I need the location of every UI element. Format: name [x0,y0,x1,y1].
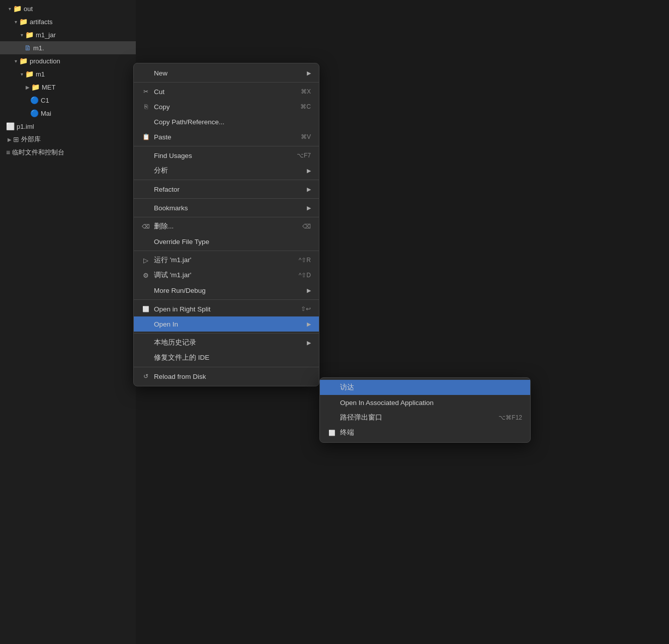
menu-label-refactor: Refactor [154,186,180,193]
menu-item-new[interactable]: New ▶ [134,65,319,80]
arrow-icon: ▶ [307,321,311,328]
menu-label-cut: Cut [154,88,164,96]
menu-icon-split: ⬜ [142,306,150,312]
class-icon: 🔵 [30,96,39,104]
tree-item-external-lib[interactable]: ▶ ⊞ 外部库 [0,133,136,146]
shortcut-debug: ^⇧D [299,272,311,279]
menu-item-reload[interactable]: ↺ Reload from Disk [134,369,319,384]
menu-item-more-run[interactable]: More Run/Debug ▶ [134,283,319,298]
submenu-label-path: 路径弹出窗口 [340,413,382,422]
menu-item-repair-ide[interactable]: 修复文件上的 IDE [134,350,319,365]
menu-label-more-run: More Run/Debug [154,287,206,294]
tree-item-temp[interactable]: ≡ 临时文件和控制台 [0,146,136,159]
tree-item-c1[interactable]: 🔵 C1 [0,94,136,107]
folder-icon: 📁 [19,57,28,65]
menu-item-analyze[interactable]: 分析 ▶ [134,163,319,178]
tree-item-label: 临时文件和控制台 [12,148,64,157]
submenu-icon-terminal: ⬜ [328,430,336,436]
menu-label-copy: Copy [154,103,170,111]
arrow-icon: ▶ [307,186,311,193]
tree-item-label: p1.iml [17,123,34,130]
arrow-icon: ▶ [307,70,311,76]
menu-item-find-usages[interactable]: Find Usages ⌥F7 [134,148,319,163]
shortcut-run: ^⇧R [299,257,311,264]
shortcut-delete: ⌫ [302,223,311,230]
menu-item-run[interactable]: ▷ 运行 'm1.jar' ^⇧R [134,253,319,268]
menu-label-copy-path: Copy Path/Reference... [154,118,224,126]
menu-item-override-type[interactable]: Override File Type [134,234,319,249]
folder-icon: 📁 [13,5,22,13]
debug-icon: ⚙ [142,272,150,279]
file-tree: ▾ 📁 out ▾ 📁 artifacts ▾ 📁 m1_jar 🗎 m1. ▾… [0,0,136,644]
iml-icon: ⬜ [6,122,15,130]
submenu-item-terminal[interactable]: ⬜ 终端 [320,425,530,440]
menu-item-copy-path[interactable]: Copy Path/Reference... [134,114,319,129]
menu-item-local-history[interactable]: 本地历史记录 ▶ [134,335,319,350]
menu-label-delete: 删除... [154,222,174,231]
menu-item-paste[interactable]: 📋 Paste ⌘V [134,129,319,144]
shortcut-cut: ⌘X [301,88,311,95]
menu-label-paste: Paste [154,133,172,141]
chevron-icon: ▾ [12,58,19,64]
tree-item-out[interactable]: ▾ 📁 out [0,2,136,15]
temp-icon: ≡ [6,148,10,156]
submenu-item-finder[interactable]: 访达 [320,380,530,395]
menu-label-run: 运行 'm1.jar' [154,256,191,265]
tree-item-artifacts[interactable]: ▾ 📁 artifacts [0,15,136,28]
menu-icon-cut: ✂ [142,88,150,95]
tree-item-label: C1 [41,97,49,104]
menu-label-override: Override File Type [154,238,209,246]
tree-item-meta[interactable]: ▶ 📁 MET [0,80,136,94]
separator-1 [134,82,319,83]
separator-2 [134,146,319,146]
run-icon: ▷ [142,257,150,264]
menu-label-split: Open in Right Split [154,305,211,313]
menu-item-open-right-split[interactable]: ⬜ Open in Right Split ⇧↩ [134,301,319,316]
tree-item-label: MET [42,84,55,91]
menu-item-refactor[interactable]: Refactor ▶ [134,182,319,197]
tree-item-label: 外部库 [21,135,41,144]
submenu-label-terminal: 终端 [340,428,354,437]
folder-icon: 📁 [25,70,34,78]
submenu-item-open-associated[interactable]: Open In Associated Application [320,395,530,410]
tree-item-label: m1 [36,70,45,78]
menu-item-delete[interactable]: ⌫ 删除... ⌫ [134,219,319,234]
menu-label-bookmarks: Bookmarks [154,204,188,212]
menu-item-copy[interactable]: ⎘ Copy ⌘C [134,99,319,114]
menu-label-find: Find Usages [154,152,192,159]
menu-item-open-in[interactable]: Open In ▶ [134,316,319,332]
folder-icon: 📁 [25,31,34,39]
tree-item-label: Mai [41,110,51,117]
menu-item-cut[interactable]: ✂ Cut ⌘X [134,84,319,99]
tree-item-m1file[interactable]: 🗎 m1. [0,41,136,54]
separator-7 [134,299,319,300]
menu-icon-copy: ⎘ [142,103,150,110]
menu-icon-paste: 📋 [142,133,150,140]
chevron-icon: ▾ [12,19,19,25]
menu-label-open-in: Open In [154,320,178,328]
chevron-icon: ▾ [18,71,25,77]
tree-item-m1jar[interactable]: ▾ 📁 m1_jar [0,28,136,41]
tree-item-label: production [30,57,60,65]
menu-label-history: 本地历史记录 [154,338,196,347]
tree-item-main[interactable]: 🔵 Mai [0,107,136,120]
right-panel [292,0,669,644]
menu-item-debug[interactable]: ⚙ 调试 'm1.jar' ^⇧D [134,268,319,283]
menu-label-repair: 修复文件上的 IDE [154,353,209,362]
submenu-label-finder: 访达 [340,383,354,392]
tree-item-m1sub[interactable]: ▾ 📁 m1 [0,67,136,80]
submenu-open-in: 访达 Open In Associated Application 路径弹出窗口… [319,377,531,443]
separator-8 [134,333,319,334]
class-icon: 🔵 [30,109,39,117]
chevron-icon: ▾ [18,32,25,38]
separator-9 [134,367,319,367]
submenu-item-path-popup[interactable]: 路径弹出窗口 ⌥⌘F12 [320,410,530,425]
tree-item-label: out [24,5,33,13]
shortcut-path: ⌥⌘F12 [498,414,522,421]
tree-item-production[interactable]: ▾ 📁 production [0,54,136,67]
menu-item-bookmarks[interactable]: Bookmarks ▶ [134,200,319,215]
separator-3 [134,180,319,180]
separator-6 [134,251,319,251]
arrow-icon: ▶ [307,205,311,211]
tree-item-p1iml[interactable]: ⬜ p1.iml [0,120,136,133]
